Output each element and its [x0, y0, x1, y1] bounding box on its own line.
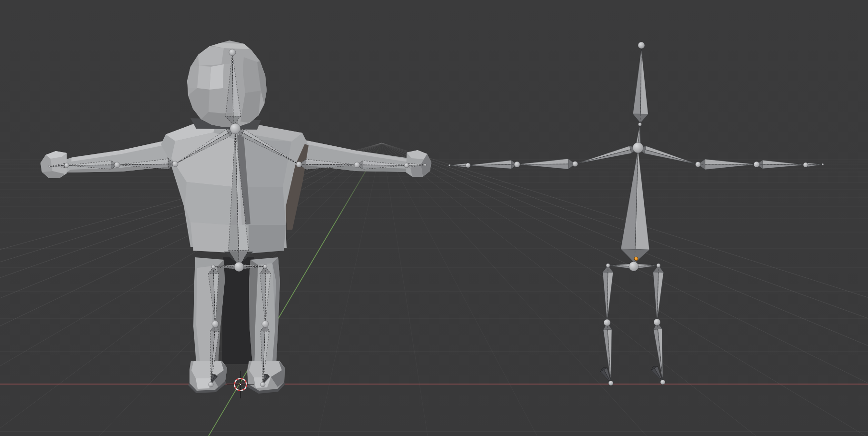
bone-joint-sphere[interactable] — [354, 162, 360, 168]
blender-3d-viewport[interactable] — [0, 0, 868, 436]
bone-joint-sphere[interactable] — [654, 319, 660, 325]
mesh-head-facet — [197, 66, 211, 90]
bone-joint-sphere[interactable] — [822, 163, 824, 165]
bone-joint-sphere[interactable] — [64, 163, 69, 168]
bone-joint-sphere[interactable] — [229, 49, 236, 56]
mesh-abdomen-left — [185, 182, 232, 225]
bone-joint-sphere[interactable] — [263, 264, 267, 268]
bone-joint-sphere[interactable] — [114, 162, 120, 168]
object-origin-dot[interactable] — [634, 257, 638, 261]
bone-joint-sphere[interactable] — [604, 319, 610, 326]
bone-joint-sphere[interactable] — [514, 162, 520, 167]
bone-joint-sphere[interactable] — [696, 162, 701, 167]
bone-joint-sphere[interactable] — [212, 321, 219, 327]
bone-joint-sphere[interactable] — [660, 380, 665, 385]
bone-joint-sphere[interactable] — [211, 265, 215, 269]
bone-joint-sphere[interactable] — [296, 162, 302, 167]
bone-joint-sphere[interactable] — [234, 262, 244, 272]
bone-joint-sphere[interactable] — [633, 142, 643, 153]
mesh-head-facet — [210, 64, 224, 90]
bone-joint-sphere[interactable] — [803, 162, 808, 167]
bone-joint-sphere[interactable] — [466, 163, 470, 168]
cursor-center-dot — [240, 384, 241, 385]
bone-joint-sphere[interactable] — [260, 382, 265, 387]
bone-joint-sphere[interactable] — [262, 321, 269, 327]
bone-joint-sphere[interactable] — [638, 42, 645, 49]
bone-joint-sphere[interactable] — [754, 162, 759, 167]
mesh-hip-left — [190, 222, 230, 253]
bone-joint-sphere[interactable] — [404, 163, 409, 168]
bone-joint-sphere[interactable] — [639, 123, 642, 126]
bone-joint-sphere[interactable] — [230, 123, 240, 134]
bone-joint-sphere[interactable] — [609, 381, 613, 385]
bone-joint-sphere[interactable] — [49, 165, 50, 167]
viewport-canvas[interactable] — [0, 0, 868, 436]
bone-joint-sphere[interactable] — [209, 382, 213, 387]
bone-joint-sphere[interactable] — [573, 162, 578, 167]
mesh-hip-right — [249, 225, 286, 253]
bone-joint-sphere[interactable] — [606, 264, 610, 267]
bone-joint-sphere[interactable] — [449, 164, 450, 166]
bone-joint-sphere[interactable] — [629, 262, 639, 271]
bone-joint-sphere[interactable] — [172, 161, 178, 167]
bone-joint-sphere[interactable] — [424, 164, 427, 166]
bone-joint-sphere[interactable] — [657, 264, 660, 267]
